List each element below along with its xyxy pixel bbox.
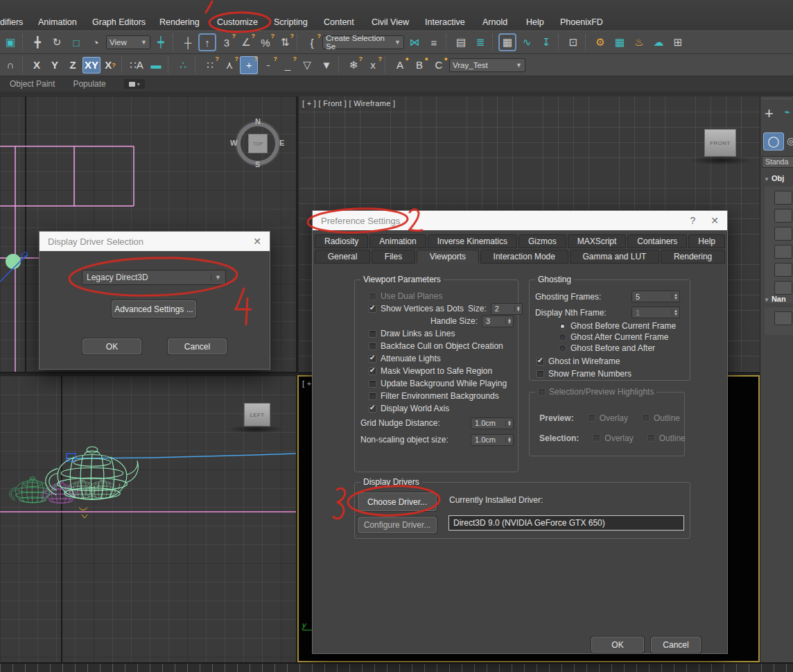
viewcube-compass[interactable]: TOP N S W E: [234, 119, 282, 168]
modify-tab-icon[interactable]: ⌁: [784, 106, 790, 117]
plus-snap-icon[interactable]: +?: [240, 56, 258, 74]
menu-arnold[interactable]: Arnold: [478, 15, 512, 30]
spinner-arrows-icon[interactable]: ▲▼: [505, 437, 512, 443]
primitive-category-dropdown[interactable]: Standa: [762, 156, 793, 168]
menu-interactive[interactable]: Interactive: [421, 15, 469, 30]
wedge-icon[interactable]: ▽: [298, 56, 316, 74]
scene-explorer-icon[interactable]: ▦: [498, 33, 516, 51]
value-spinner[interactable]: 3▲▼: [482, 316, 514, 327]
menu-content[interactable]: Content: [320, 15, 358, 30]
select-move-icon[interactable]: ╋: [28, 33, 46, 51]
tab-rendering[interactable]: Rendering: [661, 250, 725, 264]
advanced-settings-button[interactable]: Advanced Settings ...: [112, 300, 196, 318]
grid-snap-icon[interactable]: ∷?: [201, 56, 219, 74]
configure-driver-button[interactable]: Configure Driver...: [358, 517, 437, 533]
menu-help[interactable]: Help: [522, 15, 548, 30]
select-scale-icon[interactable]: □: [67, 33, 85, 51]
render-preset-a-icon[interactable]: A●: [391, 56, 409, 74]
help-icon[interactable]: ?: [690, 215, 695, 226]
value-spinner[interactable]: 5▲▼: [631, 291, 680, 302]
mask-viewport-to-safe-region-checkbox[interactable]: [369, 368, 376, 375]
spinner-snap-icon[interactable]: ⇅?: [276, 33, 294, 51]
preferences-cancel-button[interactable]: Cancel: [651, 637, 701, 653]
primitive-button[interactable]: [774, 245, 792, 259]
show-vertices-as-dots-checkbox[interactable]: [369, 305, 376, 313]
render-preset-b-icon[interactable]: B●: [410, 56, 428, 74]
close-icon[interactable]: ✕: [711, 215, 719, 226]
panel-grip[interactable]: [762, 98, 792, 101]
tab-containers[interactable]: Containers: [627, 234, 687, 248]
render-iterative-icon[interactable]: ☁: [650, 33, 668, 51]
tab-inverse-kinematics[interactable]: Inverse Kinematics: [428, 234, 517, 248]
tutorials-icon[interactable]: ∩: [1, 56, 19, 74]
attenuate-lights-checkbox[interactable]: [369, 355, 376, 363]
selection-outline-checkbox[interactable]: [647, 434, 655, 442]
edit-named-selection-icon[interactable]: {?: [303, 33, 321, 51]
use-dual-planes-checkbox[interactable]: [369, 293, 376, 300]
measure-distance-icon[interactable]: ▬: [147, 56, 165, 74]
menu-customize[interactable]: Customize: [213, 15, 262, 30]
mirror-icon[interactable]: ⋈: [406, 33, 424, 51]
close-icon[interactable]: ✕: [253, 236, 261, 247]
ribbon-minimize-dropdown[interactable]: ▾: [124, 79, 145, 89]
menu-difiers[interactable]: difiers: [0, 15, 27, 30]
driver-select-dropdown[interactable]: Legacy Direct3D ▼: [82, 270, 226, 285]
percent-snap-icon[interactable]: %?: [256, 33, 274, 51]
compass-north[interactable]: N: [255, 117, 261, 126]
name-color-rollout[interactable]: ▼Nan: [762, 295, 793, 306]
value-spinner[interactable]: 1.0cm▲▼: [471, 434, 514, 446]
restrict-z-button[interactable]: Z: [64, 57, 81, 74]
menu-phoenixfd[interactable]: PhoenixFD: [556, 15, 607, 30]
selection-preview-checkbox[interactable]: [538, 388, 546, 396]
ghost-after-current-frame-radio[interactable]: [559, 334, 566, 341]
ribbon-tab-object-paint[interactable]: Object Paint: [10, 79, 55, 89]
compass-east[interactable]: E: [279, 139, 284, 147]
viewport-left[interactable]: LEFT: [0, 376, 297, 662]
tab-maxscript[interactable]: MAXScript: [568, 234, 627, 248]
primitive-button[interactable]: [774, 281, 792, 295]
dots-circle-icon[interactable]: ∴: [174, 56, 192, 74]
freeze-snap-icon[interactable]: ❄?: [345, 56, 363, 74]
front-viewport-label[interactable]: [ + ] [ Front ] [ Wireframe ]: [302, 99, 395, 107]
primitive-button[interactable]: [774, 191, 792, 205]
curve-editor-icon[interactable]: ∿: [518, 33, 536, 51]
select-rotate-icon[interactable]: ↻: [48, 33, 66, 51]
primitive-button[interactable]: [774, 227, 792, 241]
preview-outline-checkbox[interactable]: [642, 414, 650, 422]
backface-cull-on-object-creation-checkbox[interactable]: [369, 343, 376, 350]
select-place-icon[interactable]: ◔: [87, 33, 105, 51]
restrict-y-button[interactable]: Y: [46, 57, 63, 74]
shapes-category-icon[interactable]: ◎: [787, 135, 793, 146]
layer-manager-icon[interactable]: ▤: [452, 33, 470, 51]
primitive-button[interactable]: [774, 209, 792, 223]
spinner-arrows-icon[interactable]: ▲▼: [505, 318, 512, 325]
spinner-arrows-icon[interactable]: ▲▼: [514, 306, 521, 312]
state-sets-icon[interactable]: ⊞: [669, 33, 687, 51]
update-background-while-playing-checkbox[interactable]: [369, 380, 376, 388]
tab-help[interactable]: Help: [688, 234, 725, 248]
render-setup-icon[interactable]: ⚙: [591, 33, 609, 51]
scene-layers-icon[interactable]: ≣: [471, 33, 489, 51]
tab-gizmos[interactable]: Gizmos: [518, 234, 566, 248]
primitive-button[interactable]: [774, 263, 792, 277]
wedge-filled-icon[interactable]: ▼: [317, 56, 336, 74]
spinner-arrows-icon[interactable]: ▲▼: [505, 420, 512, 427]
ghost-before-current-frame-radio[interactable]: [559, 322, 566, 330]
restrict-x-button[interactable]: X: [28, 57, 45, 74]
tab-viewports[interactable]: Viewports: [417, 250, 479, 264]
selection-overlay-checkbox[interactable]: [593, 434, 600, 442]
draw-links-as-lines-checkbox[interactable]: [369, 330, 376, 338]
object-type-rollout[interactable]: ▼Obj: [762, 174, 793, 185]
menu-rendering[interactable]: Rendering: [155, 15, 204, 30]
snaps-toggle-icon[interactable]: 3?: [218, 33, 236, 51]
compass-west[interactable]: W: [230, 139, 237, 147]
angle-snap-icon[interactable]: ∠?: [237, 33, 255, 51]
compass-south[interactable]: S: [255, 160, 260, 169]
ghost-before-and-after-radio[interactable]: [559, 345, 566, 352]
array-icon[interactable]: ∷A: [128, 56, 146, 74]
material-editor-icon[interactable]: ⊡: [564, 33, 582, 51]
name-field-stub[interactable]: [774, 311, 792, 325]
menu-civil-view[interactable]: Civil View: [367, 15, 413, 30]
restrict-xy-plane-button[interactable]: XY: [82, 57, 101, 74]
ribbon-tab-populate[interactable]: Populate: [73, 79, 105, 89]
